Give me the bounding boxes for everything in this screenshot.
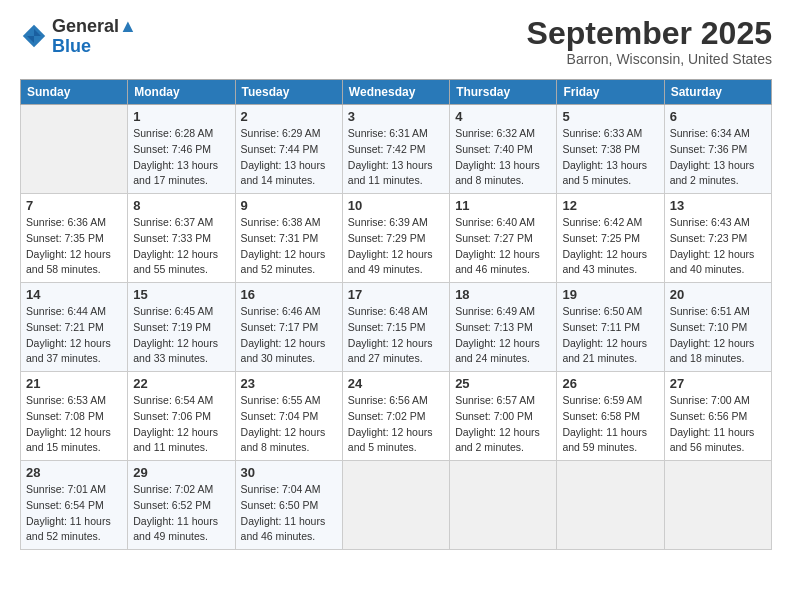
day-number: 7 [26,198,122,213]
day-number: 24 [348,376,444,391]
day-cell: 25 Sunrise: 6:57 AM Sunset: 7:00 PM Dayl… [450,372,557,461]
week-row-2: 14 Sunrise: 6:44 AM Sunset: 7:21 PM Dayl… [21,283,772,372]
day-cell: 27 Sunrise: 7:00 AM Sunset: 6:56 PM Dayl… [664,372,771,461]
day-number: 27 [670,376,766,391]
day-cell: 5 Sunrise: 6:33 AM Sunset: 7:38 PM Dayli… [557,105,664,194]
month-title: September 2025 [527,16,772,51]
day-cell: 20 Sunrise: 6:51 AM Sunset: 7:10 PM Dayl… [664,283,771,372]
day-cell: 16 Sunrise: 6:46 AM Sunset: 7:17 PM Dayl… [235,283,342,372]
day-cell: 23 Sunrise: 6:55 AM Sunset: 7:04 PM Dayl… [235,372,342,461]
day-number: 8 [133,198,229,213]
day-cell [450,461,557,550]
daylight: Daylight: 12 hours and 15 minutes. [26,425,122,457]
day-number: 18 [455,287,551,302]
day-number: 16 [241,287,337,302]
daylight: Daylight: 13 hours and 5 minutes. [562,158,658,190]
day-number: 30 [241,465,337,480]
header-monday: Monday [128,80,235,105]
daylight: Daylight: 12 hours and 8 minutes. [241,425,337,457]
day-number: 20 [670,287,766,302]
day-info: Sunrise: 6:28 AM Sunset: 7:46 PM Dayligh… [133,126,229,189]
day-info: Sunrise: 7:02 AM Sunset: 6:52 PM Dayligh… [133,482,229,545]
header-friday: Friday [557,80,664,105]
day-info: Sunrise: 6:44 AM Sunset: 7:21 PM Dayligh… [26,304,122,367]
day-number: 28 [26,465,122,480]
day-cell [557,461,664,550]
day-info: Sunrise: 6:59 AM Sunset: 6:58 PM Dayligh… [562,393,658,456]
week-row-4: 28 Sunrise: 7:01 AM Sunset: 6:54 PM Dayl… [21,461,772,550]
day-info: Sunrise: 6:43 AM Sunset: 7:23 PM Dayligh… [670,215,766,278]
location-title: Barron, Wisconsin, United States [527,51,772,67]
sunset: Sunset: 7:02 PM [348,409,444,425]
sunset: Sunset: 6:58 PM [562,409,658,425]
day-number: 29 [133,465,229,480]
day-cell: 28 Sunrise: 7:01 AM Sunset: 6:54 PM Dayl… [21,461,128,550]
day-info: Sunrise: 6:40 AM Sunset: 7:27 PM Dayligh… [455,215,551,278]
day-info: Sunrise: 6:36 AM Sunset: 7:35 PM Dayligh… [26,215,122,278]
day-number: 19 [562,287,658,302]
day-cell [342,461,449,550]
day-cell: 9 Sunrise: 6:38 AM Sunset: 7:31 PM Dayli… [235,194,342,283]
sunrise: Sunrise: 6:49 AM [455,304,551,320]
sunset: Sunset: 7:38 PM [562,142,658,158]
day-cell: 14 Sunrise: 6:44 AM Sunset: 7:21 PM Dayl… [21,283,128,372]
header-saturday: Saturday [664,80,771,105]
day-info: Sunrise: 6:33 AM Sunset: 7:38 PM Dayligh… [562,126,658,189]
daylight: Daylight: 12 hours and 58 minutes. [26,247,122,279]
sunset: Sunset: 6:54 PM [26,498,122,514]
day-cell [664,461,771,550]
day-cell: 3 Sunrise: 6:31 AM Sunset: 7:42 PM Dayli… [342,105,449,194]
day-cell: 4 Sunrise: 6:32 AM Sunset: 7:40 PM Dayli… [450,105,557,194]
daylight: Daylight: 12 hours and 40 minutes. [670,247,766,279]
day-cell: 17 Sunrise: 6:48 AM Sunset: 7:15 PM Dayl… [342,283,449,372]
logo: General ▲ Blue [20,16,137,55]
daylight: Daylight: 11 hours and 46 minutes. [241,514,337,546]
day-number: 13 [670,198,766,213]
sunrise: Sunrise: 6:34 AM [670,126,766,142]
sunset: Sunset: 7:11 PM [562,320,658,336]
day-info: Sunrise: 6:34 AM Sunset: 7:36 PM Dayligh… [670,126,766,189]
logo-icon [20,22,48,50]
day-number: 25 [455,376,551,391]
sunrise: Sunrise: 6:39 AM [348,215,444,231]
sunrise: Sunrise: 6:38 AM [241,215,337,231]
sunrise: Sunrise: 6:48 AM [348,304,444,320]
daylight: Daylight: 12 hours and 55 minutes. [133,247,229,279]
sunset: Sunset: 7:46 PM [133,142,229,158]
sunset: Sunset: 7:08 PM [26,409,122,425]
day-cell: 6 Sunrise: 6:34 AM Sunset: 7:36 PM Dayli… [664,105,771,194]
day-info: Sunrise: 6:50 AM Sunset: 7:11 PM Dayligh… [562,304,658,367]
sunrise: Sunrise: 6:57 AM [455,393,551,409]
day-info: Sunrise: 6:48 AM Sunset: 7:15 PM Dayligh… [348,304,444,367]
sunset: Sunset: 6:52 PM [133,498,229,514]
sunset: Sunset: 7:31 PM [241,231,337,247]
sunset: Sunset: 7:29 PM [348,231,444,247]
sunrise: Sunrise: 6:37 AM [133,215,229,231]
sunrise: Sunrise: 7:04 AM [241,482,337,498]
daylight: Daylight: 13 hours and 8 minutes. [455,158,551,190]
day-info: Sunrise: 7:00 AM Sunset: 6:56 PM Dayligh… [670,393,766,456]
calendar-header-row: SundayMondayTuesdayWednesdayThursdayFrid… [21,80,772,105]
title-block: September 2025 Barron, Wisconsin, United… [527,16,772,67]
day-info: Sunrise: 6:42 AM Sunset: 7:25 PM Dayligh… [562,215,658,278]
day-number: 14 [26,287,122,302]
daylight: Daylight: 12 hours and 24 minutes. [455,336,551,368]
day-info: Sunrise: 7:01 AM Sunset: 6:54 PM Dayligh… [26,482,122,545]
sunset: Sunset: 7:15 PM [348,320,444,336]
sunrise: Sunrise: 6:50 AM [562,304,658,320]
daylight: Daylight: 13 hours and 2 minutes. [670,158,766,190]
calendar-table: SundayMondayTuesdayWednesdayThursdayFrid… [20,79,772,550]
day-number: 10 [348,198,444,213]
sunrise: Sunrise: 6:40 AM [455,215,551,231]
day-info: Sunrise: 7:04 AM Sunset: 6:50 PM Dayligh… [241,482,337,545]
sunset: Sunset: 7:06 PM [133,409,229,425]
sunset: Sunset: 7:35 PM [26,231,122,247]
daylight: Daylight: 11 hours and 56 minutes. [670,425,766,457]
logo-general: General [52,17,119,35]
day-info: Sunrise: 6:55 AM Sunset: 7:04 PM Dayligh… [241,393,337,456]
daylight: Daylight: 11 hours and 59 minutes. [562,425,658,457]
day-info: Sunrise: 6:49 AM Sunset: 7:13 PM Dayligh… [455,304,551,367]
day-number: 22 [133,376,229,391]
daylight: Daylight: 12 hours and 11 minutes. [133,425,229,457]
day-number: 26 [562,376,658,391]
